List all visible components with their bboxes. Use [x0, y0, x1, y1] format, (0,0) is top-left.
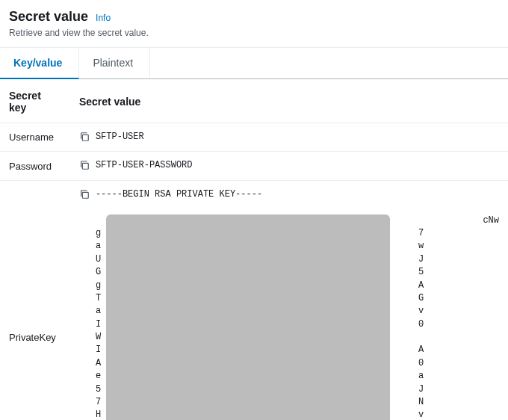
- copy-icon[interactable]: [79, 160, 90, 170]
- page-subtitle: Retrieve and view the secret value.: [9, 28, 496, 38]
- tab-keyvalue[interactable]: Key/value: [0, 48, 79, 79]
- row-val-privatekey: -----BEGIN RSA PRIVATE KEY----- MII cNw …: [70, 180, 508, 420]
- secret-kv-table: Secret key Secret value Username SFTP-US…: [0, 79, 508, 420]
- value-text: SFTP-USER-PASSWORD: [96, 159, 193, 172]
- svg-rect-1: [82, 164, 88, 170]
- row-val-password: SFTP-USER-PASSWORD: [70, 152, 508, 180]
- redaction-overlay: [106, 214, 390, 420]
- row-val-username: SFTP-USER: [70, 123, 508, 152]
- col-header-value: Secret value: [70, 79, 508, 123]
- private-key-block: MII cNw g 7 a w U: [96, 201, 499, 420]
- col-header-key: Secret key: [0, 79, 70, 123]
- copy-icon[interactable]: [79, 189, 90, 200]
- row-key-username: Username: [0, 123, 70, 152]
- panel-header: Secret value Info Retrieve and view the …: [0, 0, 508, 47]
- table-row: PrivateKey -----BEGIN RSA PRIVATE KEY---…: [0, 180, 508, 420]
- tab-plaintext[interactable]: Plaintext: [79, 48, 150, 78]
- value-text: SFTP-USER: [96, 131, 144, 143]
- table-row: Password SFTP-USER-PASSWORD: [0, 152, 508, 180]
- info-link[interactable]: Info: [96, 13, 111, 23]
- tabs: Key/value Plaintext: [0, 48, 508, 79]
- row-key-password: Password: [0, 152, 70, 180]
- svg-rect-2: [82, 192, 88, 198]
- private-key-header: -----BEGIN RSA PRIVATE KEY-----: [96, 188, 499, 201]
- row-key-privatekey: PrivateKey: [0, 180, 70, 420]
- svg-rect-0: [82, 135, 88, 140]
- copy-icon[interactable]: [79, 132, 90, 142]
- page-title: Secret value: [9, 9, 88, 25]
- table-row: Username SFTP-USER: [0, 123, 508, 152]
